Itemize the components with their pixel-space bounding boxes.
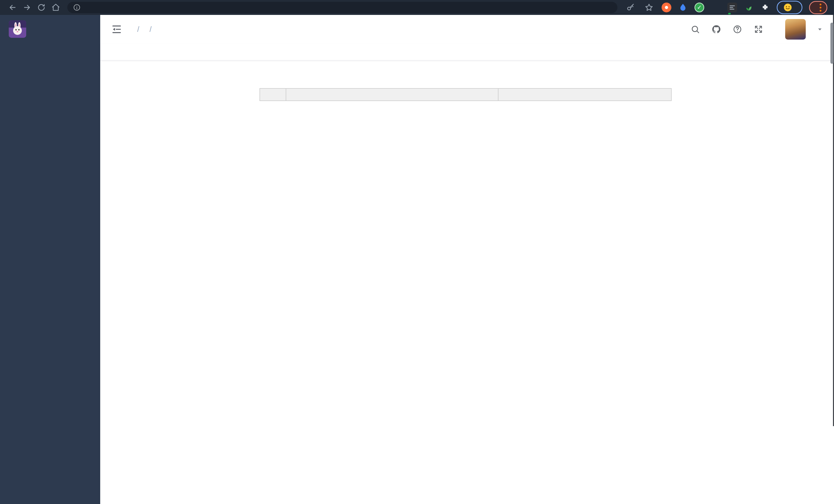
extension-icon[interactable] — [744, 3, 753, 12]
extension-icon[interactable] — [678, 3, 688, 12]
app-header — [100, 15, 834, 44]
browser-chrome: ✓ — [0, 0, 834, 15]
address-bar[interactable] — [67, 2, 617, 13]
sidebar — [0, 15, 100, 504]
header-actions — [690, 19, 823, 40]
reload-icon[interactable] — [36, 2, 47, 13]
extensions-puzzle-icon[interactable] — [760, 3, 770, 12]
extension-icon[interactable]: ✓ — [695, 3, 704, 12]
app-frame — [0, 15, 834, 504]
breadcrumb-separator — [137, 25, 139, 34]
breadcrumb-separator — [150, 25, 152, 34]
extension-icon[interactable] — [711, 3, 721, 12]
site-info-icon[interactable] — [73, 4, 81, 11]
emoji-face-icon — [783, 3, 792, 12]
app-logo — [9, 20, 26, 38]
column-header-index — [260, 88, 286, 101]
db-doc — [260, 88, 671, 101]
search-icon[interactable] — [690, 24, 700, 35]
avatar[interactable] — [785, 19, 806, 40]
page-content — [100, 60, 834, 504]
scrollbar-thumb[interactable] — [830, 23, 833, 64]
github-icon[interactable] — [711, 24, 722, 35]
key-icon[interactable] — [624, 2, 636, 13]
browser-update-pill[interactable] — [809, 1, 827, 14]
chevron-down-icon[interactable] — [816, 26, 823, 32]
tables-overview-table — [260, 88, 672, 101]
extension-icon[interactable] — [727, 3, 737, 12]
back-icon[interactable] — [7, 2, 19, 13]
sidebar-collapse-icon[interactable] — [111, 24, 122, 35]
column-header-description — [498, 88, 671, 101]
screen: ✓ — [0, 0, 834, 504]
scrollbar — [830, 15, 834, 504]
table-header-row — [260, 88, 671, 101]
browser-actions: ✓ — [624, 1, 827, 14]
extension-icon[interactable] — [662, 3, 671, 12]
help-icon[interactable] — [732, 24, 743, 35]
tags-view-bar — [100, 44, 834, 60]
home-icon[interactable] — [50, 2, 62, 13]
forward-icon[interactable] — [21, 2, 33, 13]
extension-on-badge — [728, 13, 731, 15]
fullscreen-icon[interactable] — [753, 24, 764, 35]
browser-menu-icon[interactable] — [819, 4, 821, 12]
profile-paused-pill[interactable] — [777, 1, 803, 14]
main-area — [100, 15, 834, 504]
bookmark-star-icon[interactable] — [643, 2, 655, 13]
logo-row — [0, 15, 100, 43]
scrollbar-track — [833, 15, 834, 426]
column-header-table-name — [286, 88, 498, 101]
